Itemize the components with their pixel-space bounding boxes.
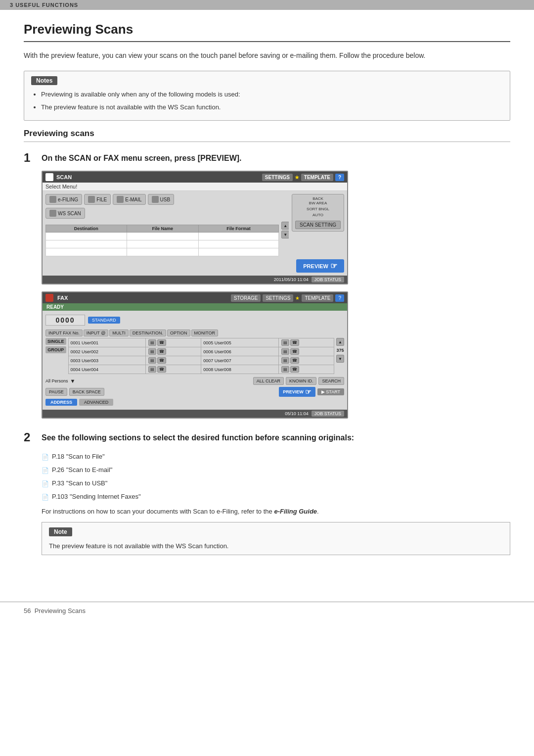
- fax-template-btn[interactable]: TEMPLATE: [302, 294, 333, 302]
- fax-scroll-down[interactable]: ▼: [336, 355, 344, 363]
- fax-tab-multi[interactable]: MULTI: [109, 330, 128, 336]
- section-title: Previewing scans: [24, 129, 510, 142]
- scan-setting-btn[interactable]: SCAN SETTING: [295, 221, 341, 229]
- scroll-down-btn[interactable]: ▼: [281, 231, 289, 238]
- fax-addr-btn-4d[interactable]: ☎: [290, 366, 299, 373]
- fax-addr-btn-3a[interactable]: ▤: [148, 357, 156, 364]
- fax-addr-btn-3c[interactable]: ▤: [281, 357, 289, 364]
- fax-tab-option[interactable]: OPTION: [167, 330, 190, 336]
- fax-page-num: 375: [336, 348, 344, 353]
- fax-search-btn[interactable]: SEARCH: [318, 377, 344, 385]
- footer: 56 Previewing Scans: [0, 602, 534, 619]
- fax-help-btn[interactable]: ?: [335, 294, 344, 302]
- usb-btn[interactable]: USB: [148, 194, 175, 205]
- notes-box: Notes Previewing is available only when …: [24, 71, 510, 120]
- ui-mockup-container: SCAN SETTINGS ★ TEMPLATE ? Select Menu!: [42, 171, 510, 419]
- fax-preview-btn[interactable]: PREVIEW ☞: [279, 387, 315, 397]
- fax-addr-btn-3b[interactable]: ☎: [157, 357, 166, 364]
- step-1-number: 1: [24, 151, 38, 165]
- fax-addr-btn-4b[interactable]: ☎: [157, 366, 166, 373]
- fax-addr-btn-2c[interactable]: ▤: [281, 348, 289, 355]
- step-2: 2 See the following sections to select t…: [24, 430, 510, 555]
- fax-address-area: SINGLE GROUP 0001 User001 ▤☎ 0005 User00…: [45, 338, 344, 375]
- step-2-number: 2: [24, 430, 38, 445]
- intro-text: With the preview feature, you can view y…: [24, 50, 510, 61]
- efiling-icon: [49, 196, 56, 203]
- scan-right-panel: BACK BW AREA SORT BNGL AUTO SCAN SETTING: [292, 194, 344, 232]
- fax-settings-btn[interactable]: SETTINGS: [263, 294, 293, 302]
- fax-tab-destination[interactable]: DESTINATION.: [130, 330, 166, 336]
- fax-address-btn[interactable]: ADDRESS: [45, 399, 77, 406]
- fax-action-row: PAUSE BACK SPACE PREVIEW ☞ ▶ START: [45, 387, 344, 397]
- fax-addr-row-2: 0002 User002 ▤☎ 0006 User006 ▤☎: [68, 347, 334, 356]
- fax-tab-monitor[interactable]: MONITOR: [191, 330, 218, 336]
- step-2-title: See the following sections to select the…: [42, 430, 354, 443]
- fax-dropdown-icon[interactable]: ▼: [70, 378, 76, 384]
- page-icon-3: 📄: [42, 478, 49, 490]
- step2-link-label-3: P.33 "Scan to USB": [52, 477, 107, 490]
- fax-addr-btn-4a[interactable]: ▤: [148, 366, 156, 373]
- fax-addr-btn-2a[interactable]: ▤: [148, 348, 156, 355]
- fax-body: 0000 STANDARD INPUT FAX No. INPUT @ MULT…: [43, 311, 347, 410]
- fax-addr-btn-4c[interactable]: ▤: [281, 366, 289, 373]
- scan-col-dest: Destination: [46, 225, 127, 233]
- scan-table: Destination File Name File Format: [45, 225, 279, 256]
- scroll-up-btn[interactable]: ▲: [281, 222, 289, 230]
- scan-job-status-btn[interactable]: JOB STATUS: [312, 277, 344, 283]
- scan-right-labels: BACK BW AREA: [295, 196, 341, 205]
- step2-link-label-1: P.18 "Scan to File": [52, 451, 105, 463]
- fax-address-left: SINGLE GROUP 0001 User001 ▤☎ 0005 User00…: [45, 338, 334, 375]
- fax-pause-btn[interactable]: PAUSE: [45, 388, 67, 396]
- scan-timestamp: 2011/05/10 11:04: [274, 277, 309, 282]
- fax-timestamp: 05/10 11:04: [285, 411, 309, 416]
- file-btn[interactable]: FILE: [84, 194, 111, 205]
- chapter-header: 3 USEFUL FUNCTIONS: [0, 0, 534, 10]
- fax-address-table: 0001 User001 ▤☎ 0005 User005 ▤☎ 0002 Use…: [68, 338, 334, 374]
- email-icon: [117, 196, 124, 203]
- scan-preview-btn[interactable]: PREVIEW ☞: [296, 259, 344, 273]
- scan-template-btn[interactable]: TEMPLATE: [301, 174, 333, 181]
- group-icon: GROUP: [45, 346, 66, 353]
- step2-link-3: 📄 P.33 "Scan to USB": [42, 477, 510, 490]
- fax-addr-btn-1c[interactable]: ▤: [281, 339, 289, 346]
- scan-title: SCAN: [56, 174, 72, 180]
- fax-addr-btn-1a[interactable]: ▤: [148, 339, 156, 346]
- fax-number-display: 0000: [45, 315, 85, 326]
- scan-help-btn[interactable]: ?: [335, 174, 344, 181]
- fax-addr-btn-2d[interactable]: ☎: [290, 348, 299, 355]
- scan-col-format: File Format: [198, 225, 278, 233]
- fax-addr-btn-1d[interactable]: ☎: [290, 339, 299, 346]
- fax-job-status-btn[interactable]: JOB STATUS: [312, 411, 344, 417]
- scan-preview-area: PREVIEW ☞: [45, 259, 344, 273]
- scan-settings-btn[interactable]: SETTINGS: [262, 174, 293, 181]
- fax-right-scroll: ▲ 375 ▼: [336, 338, 344, 363]
- fax-app-icon: [45, 294, 53, 302]
- fax-backspace-btn[interactable]: BACK SPACE: [69, 388, 104, 396]
- fax-tab-input-at[interactable]: INPUT @: [84, 330, 108, 336]
- fax-start-btn[interactable]: ▶ START: [317, 388, 344, 395]
- scan-row-2: [46, 240, 279, 248]
- page-title: Previewing Scans: [24, 22, 510, 42]
- hand-cursor-icon: ☞: [330, 261, 337, 271]
- scan-titlebar: SCAN SETTINGS ★ TEMPLATE ?: [43, 172, 347, 183]
- fax-storage-btn[interactable]: STORAGE: [231, 294, 261, 302]
- fax-standard-badge: STANDARD: [88, 317, 120, 324]
- scan-right-labels3: AUTO: [295, 213, 341, 217]
- fax-scroll-up[interactable]: ▲: [336, 338, 344, 346]
- efiling-btn[interactable]: e-FILING: [45, 194, 82, 205]
- fax-addr-btn-2b[interactable]: ☎: [157, 348, 166, 355]
- email-btn[interactable]: E-MAIL: [113, 194, 145, 205]
- fax-screen: FAX STORAGE SETTINGS ★ TEMPLATE ? READY: [42, 291, 348, 419]
- wsscan-btn[interactable]: WS SCAN: [45, 208, 85, 219]
- fax-addr-btn-1b[interactable]: ☎: [157, 339, 166, 346]
- fax-advanced-btn[interactable]: ADVANCED: [79, 399, 113, 406]
- fax-all-clear-btn[interactable]: ALL CLEAR: [253, 377, 284, 385]
- fax-bottom-nav: ADDRESS ADVANCED: [45, 399, 344, 406]
- scan-preview-label: PREVIEW: [303, 263, 328, 269]
- step2-links-list: 📄 P.18 "Scan to File" 📄 P.26 "Scan to E-…: [42, 451, 510, 503]
- fax-addr-btn-3d[interactable]: ☎: [290, 357, 299, 364]
- fax-tab-input-fax[interactable]: INPUT FAX No.: [45, 330, 83, 336]
- fax-known-id-btn[interactable]: KNOWN ID.: [286, 377, 317, 385]
- scan-app-icon: [45, 173, 53, 181]
- step2-efiling-link: e-Filing Guide: [274, 508, 317, 515]
